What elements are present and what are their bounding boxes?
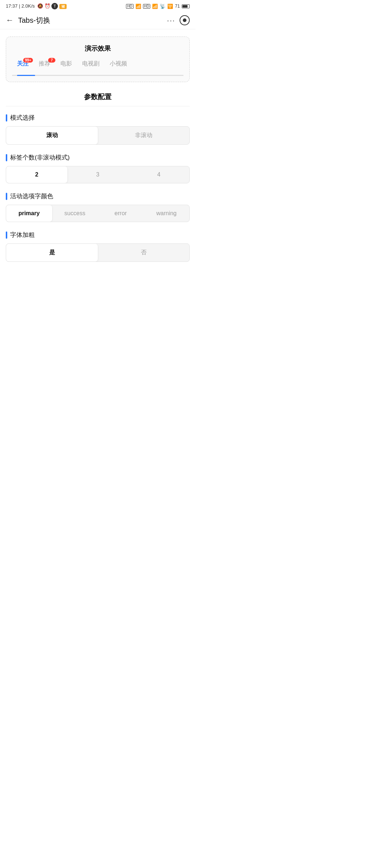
nav-bar: ← Tabs-切换 ··· bbox=[0, 12, 196, 29]
back-button[interactable]: ← bbox=[6, 16, 14, 24]
tab-underline-active bbox=[17, 75, 35, 76]
mode-toggle-group: 滚动 非滚动 bbox=[6, 126, 190, 145]
color-primary-option[interactable]: primary bbox=[6, 205, 52, 222]
tabcount-toggle-group: 2 3 4 bbox=[6, 166, 190, 183]
section-tabcount: 标签个数(非滚动模式) 2 3 4 bbox=[6, 153, 190, 183]
section-bold-header: 字体加粗 bbox=[6, 231, 190, 239]
demo-tab-tuijian[interactable]: 推荐 7 bbox=[34, 60, 55, 71]
status-time-network: 17:37 | 2.0K/s 🔕 ⏰ T 辅 bbox=[6, 3, 67, 9]
section-mode-bar bbox=[6, 114, 7, 122]
mode-scroll-option[interactable]: 滚动 bbox=[6, 127, 98, 144]
section-mode-header: 模式选择 bbox=[6, 114, 190, 122]
section-tabcount-bar bbox=[6, 154, 7, 161]
demo-tab-xiaoshipin[interactable]: 小视频 bbox=[105, 60, 132, 71]
battery-text: 71 bbox=[175, 4, 190, 9]
status-bar: 17:37 | 2.0K/s 🔕 ⏰ T 辅 HD 📶 HD 📶 📡 🛜 71 bbox=[0, 0, 196, 12]
demo-title: 演示效果 bbox=[12, 44, 184, 53]
tab-underline-wrap bbox=[12, 75, 184, 76]
demo-tab-dianying-label: 电影 bbox=[60, 60, 72, 67]
section-bold-bar bbox=[6, 231, 7, 239]
section-mode: 模式选择 滚动 非滚动 bbox=[6, 114, 190, 145]
hd-badge-2: HD bbox=[143, 4, 150, 9]
section-color: 活动选项字颜色 primary success error warning bbox=[6, 192, 190, 222]
bold-no-option[interactable]: 否 bbox=[98, 244, 189, 261]
section-color-header: 活动选项字颜色 bbox=[6, 192, 190, 200]
section-bold-title: 字体加粗 bbox=[10, 231, 35, 239]
more-button[interactable]: ··· bbox=[167, 16, 175, 25]
demo-tab-dianshiju-label: 电视剧 bbox=[82, 60, 100, 67]
status-time: 17:37 bbox=[6, 3, 18, 9]
section-tabcount-header: 标签个数(非滚动模式) bbox=[6, 153, 190, 162]
bold-yes-option[interactable]: 是 bbox=[6, 244, 98, 261]
status-right-icons: HD 📶 HD 📶 📡 🛜 71 bbox=[126, 4, 190, 9]
tabcount-2-option[interactable]: 2 bbox=[6, 166, 67, 183]
demo-tab-guanzhu-badge: 99+ bbox=[23, 58, 33, 63]
wifi-icon: 📡 bbox=[160, 4, 165, 9]
color-toggle-group: primary success error warning bbox=[6, 205, 190, 222]
bold-toggle-group: 是 否 bbox=[6, 243, 190, 262]
demo-tab-tuijian-badge: 7 bbox=[48, 58, 55, 63]
nav-title: Tabs-切换 bbox=[18, 16, 163, 25]
demo-tab-dianshiju[interactable]: 电视剧 bbox=[77, 60, 105, 71]
signal-icon-2: 📶 bbox=[152, 4, 158, 9]
color-error-option[interactable]: error bbox=[98, 205, 144, 222]
color-success-option[interactable]: success bbox=[52, 205, 98, 222]
signal-icon: 📶 bbox=[135, 4, 141, 9]
wifi-icon-2: 🛜 bbox=[167, 4, 173, 9]
demo-tab-dianying[interactable]: 电影 bbox=[55, 60, 77, 71]
main-content: 演示效果 关注 99+ 推荐 7 电影 电视剧 小视频 bbox=[0, 29, 196, 278]
section-color-title: 活动选项字颜色 bbox=[10, 192, 53, 200]
demo-tab-xiaoshipin-label: 小视频 bbox=[110, 60, 127, 67]
demo-tabs-row: 关注 99+ 推荐 7 电影 电视剧 小视频 bbox=[12, 60, 184, 75]
config-title: 参数配置 bbox=[6, 92, 190, 106]
section-bold: 字体加粗 是 否 bbox=[6, 231, 190, 262]
tabcount-4-option[interactable]: 4 bbox=[128, 166, 189, 183]
status-network: 2.0K/s bbox=[21, 3, 35, 9]
hd-badge-1: HD bbox=[126, 4, 133, 9]
record-dot bbox=[183, 18, 186, 22]
demo-card: 演示效果 关注 99+ 推荐 7 电影 电视剧 小视频 bbox=[6, 37, 190, 82]
tabcount-3-option[interactable]: 3 bbox=[67, 166, 129, 183]
record-button[interactable] bbox=[180, 15, 190, 25]
color-warning-option[interactable]: warning bbox=[144, 205, 190, 222]
demo-tab-guanzhu[interactable]: 关注 99+ bbox=[12, 60, 34, 71]
mode-nonscroll-option[interactable]: 非滚动 bbox=[98, 127, 189, 144]
section-mode-title: 模式选择 bbox=[10, 114, 35, 122]
section-tabcount-title: 标签个数(非滚动模式) bbox=[10, 153, 70, 162]
section-color-bar bbox=[6, 193, 7, 200]
